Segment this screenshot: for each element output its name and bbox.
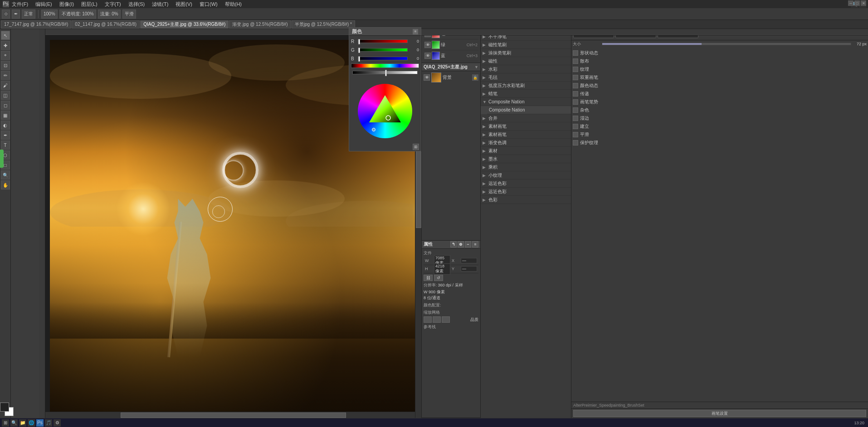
tool-hand[interactable]: ✋	[1, 180, 10, 189]
tool-lasso[interactable]: ⌖	[1, 51, 10, 60]
cat-material2[interactable]: ▶ 素材画笔	[481, 131, 571, 139]
option-texture[interactable]: 纹理	[573, 66, 867, 73]
color-slider-r[interactable]	[358, 39, 408, 43]
channel-vis-g[interactable]: 👁	[424, 42, 431, 48]
option-scatter[interactable]: 散布	[573, 58, 867, 65]
prop-icon4[interactable]: ≡	[472, 241, 478, 247]
setting-size-slider[interactable]	[602, 43, 851, 45]
cat-felt[interactable]: ▶ 毛毡	[481, 73, 571, 82]
tab-3[interactable]: 渐变.jpg @ 12.5%(RGB/8#)	[229, 20, 291, 29]
tool-eyedropper[interactable]: ✏	[1, 71, 10, 80]
menu-view[interactable]: 视图(V)	[175, 1, 193, 8]
option-pose[interactable]: 画笔笔势	[573, 98, 867, 106]
tab-4[interactable]: 半景jpg @ 12.5%(RGB/8#) *	[292, 20, 355, 29]
layer-mini-vis[interactable]: 👁	[424, 74, 430, 81]
cat-merge[interactable]: ▶ 合并	[481, 114, 571, 122]
menu-image[interactable]: 图像(I)	[59, 1, 75, 8]
cat-gradient-tone[interactable]: ▶ 渐变色调	[481, 139, 571, 147]
cat-smear[interactable]: ▶ 涂抹类笔刷	[481, 49, 571, 57]
checkbox-texture[interactable]	[573, 67, 578, 72]
checkbox-wet[interactable]	[573, 116, 578, 121]
checkbox-noise[interactable]	[573, 107, 578, 113]
tool-crop[interactable]: ⊡	[1, 61, 10, 70]
tool-zoom[interactable]: 🔍	[1, 170, 10, 180]
color-slider-g[interactable]	[358, 48, 408, 52]
cat-texture-small[interactable]: ▶ 小纹理	[481, 171, 571, 180]
color-slider-b[interactable]	[358, 57, 408, 60]
channel-blue[interactable]: 👁 蓝 Ctrl+3	[424, 50, 478, 61]
spectrum-bar[interactable]	[351, 63, 419, 68]
checkbox-shape[interactable]	[573, 50, 578, 56]
option-shape-dynamics[interactable]: 形状动态	[573, 49, 867, 57]
cat-mag2[interactable]: ▶ 磁性	[481, 57, 571, 65]
prop-grid-btn2[interactable]	[433, 316, 441, 323]
channel-green[interactable]: 👁 绿 Ctrl+2	[424, 39, 478, 50]
menu-filter[interactable]: 滤镜(T)	[151, 1, 169, 8]
cat-distance-color2[interactable]: ▶ 远近色彩	[481, 188, 571, 196]
color-options-icon[interactable]: ⊞	[413, 144, 419, 150]
minimize-button[interactable]: ─	[848, 0, 853, 6]
cat-low-pressure[interactable]: ▶ 低度压力水彩笔刷	[481, 82, 571, 90]
cat-distance-color1[interactable]: ▶ 远近色彩	[481, 180, 571, 188]
prop-grid-btn1[interactable]	[424, 316, 432, 323]
bs-bottom-btn1[interactable]: 画笔设置	[573, 410, 866, 417]
taskbar-start[interactable]: ⊞	[2, 419, 9, 427]
tool-text[interactable]: T	[1, 141, 10, 150]
cat-composite-sub[interactable]: Composite Nation	[487, 106, 571, 114]
hscroll[interactable]	[45, 412, 421, 418]
tool-dodge[interactable]: ◐	[1, 121, 10, 130]
color-thumb-b[interactable]	[358, 56, 360, 62]
fg-color-box[interactable]	[0, 403, 9, 412]
menu-file[interactable]: 文件(F)	[11, 1, 29, 8]
checkbox-pose[interactable]	[573, 99, 578, 105]
channel-vis-b[interactable]: 👁	[424, 53, 431, 59]
maximize-button[interactable]: □	[854, 0, 860, 6]
fg-bg-colors[interactable]	[0, 403, 14, 416]
tool-pen[interactable]: ✒	[1, 131, 10, 140]
checkbox-dual[interactable]	[573, 75, 578, 80]
option-build-up[interactable]: 建立	[573, 123, 867, 130]
option-smooth[interactable]: 平滑	[573, 131, 867, 138]
tab-0[interactable]: 17_7147.jpg @ 16.7%(RGB/8#)	[1, 20, 71, 29]
menu-window[interactable]: 窗口(W)	[199, 1, 219, 8]
option-transfer[interactable]: 传递	[573, 90, 867, 97]
close-button[interactable]: ✕	[861, 0, 866, 6]
hscroll-thumb[interactable]	[121, 412, 346, 418]
cat-color[interactable]: ▶ 色彩	[481, 196, 571, 204]
cat-ink[interactable]: ▶ 墨水	[481, 155, 571, 163]
toolbar-flow[interactable]: 流量: 0%	[98, 10, 121, 19]
toolbar-zoom[interactable]: 100%	[41, 10, 58, 19]
color-panel-expand[interactable]: ≡	[413, 29, 418, 34]
layer-mini-header[interactable]: QIAQ_2925+主星.jpg ▼	[422, 63, 480, 71]
option-dual-brush[interactable]: 双重画笔	[573, 74, 867, 81]
taskbar-ps-app[interactable]: Ps	[36, 419, 44, 427]
prop-icon3[interactable]: −	[465, 241, 471, 247]
checkbox-protect[interactable]	[573, 140, 578, 146]
bw-slider[interactable]	[352, 71, 418, 74]
layer-mini-lock[interactable]: 🔒	[472, 74, 478, 81]
checkbox-scatter[interactable]	[573, 58, 578, 64]
taskbar-search[interactable]: 🔍	[10, 419, 18, 427]
color-selector-dot[interactable]	[372, 128, 375, 131]
tab-1[interactable]: 02_1147.jpg @ 16.7%(RGB/8)	[72, 20, 140, 29]
cat-multiply[interactable]: ▶ 乘积	[481, 163, 571, 171]
menu-help[interactable]: 帮助(H)	[224, 1, 243, 8]
tool-move[interactable]: ⊹	[2, 10, 10, 19]
cat-crayon[interactable]: ▶ 蜡笔	[481, 90, 571, 98]
prop-grid-btn3[interactable]	[442, 316, 450, 323]
prop-rotate-icon[interactable]: ↺	[434, 275, 443, 281]
option-color-dynamics[interactable]: 颜色动态	[573, 82, 867, 89]
bw-thumb[interactable]	[385, 70, 387, 76]
option-noise[interactable]: 杂色	[573, 107, 867, 114]
menu-edit[interactable]: 编辑(E)	[34, 1, 53, 8]
checkbox-color[interactable]	[573, 83, 578, 88]
tool-brush[interactable]: 🖌	[1, 81, 10, 90]
tool-move[interactable]: ✚	[1, 41, 10, 50]
color-thumb-r[interactable]	[358, 39, 360, 44]
taskbar-browser[interactable]: 🌐	[28, 419, 35, 427]
toolbar-opacity[interactable]: 不透明度: 100%	[59, 10, 96, 19]
option-protect-texture[interactable]: 保护纹理	[573, 139, 867, 146]
side-tab[interactable]	[0, 150, 4, 168]
layer-fold-arrow[interactable]: ▼	[474, 65, 478, 69]
prop-h-value[interactable]: 4218 像素	[434, 263, 450, 275]
